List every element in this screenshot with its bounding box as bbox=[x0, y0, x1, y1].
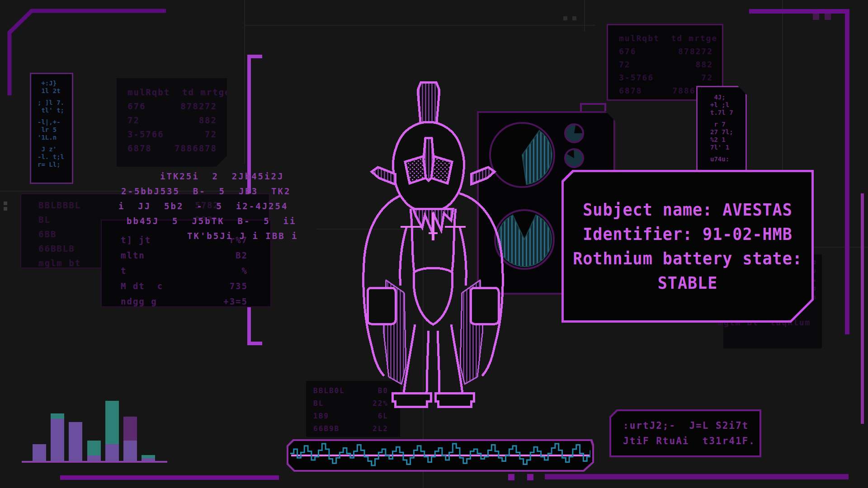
bar-chart bbox=[22, 396, 167, 463]
bottom-dot-1 bbox=[508, 474, 514, 480]
bar-segment-purple-base bbox=[87, 455, 101, 461]
sprite-leg-left-inner bbox=[427, 331, 429, 393]
stats-header: mulRqbt td mrtge bbox=[127, 85, 217, 99]
waveform-trace bbox=[290, 444, 590, 465]
top-center-dot-2 bbox=[572, 16, 576, 20]
glyph-line: bb45J 5 J5bTK B- 5 ii bbox=[127, 214, 281, 229]
glyph-line: 27 7l; bbox=[710, 128, 745, 136]
bar bbox=[142, 455, 155, 461]
bar bbox=[69, 422, 82, 461]
stat-row: 3-576672 bbox=[619, 71, 713, 84]
side-glyph-panel: 4J;+l ;lt.7l 7 r 727 7l;%2 17l' 1u74u: bbox=[696, 86, 747, 172]
stat-row: 72882 bbox=[127, 113, 217, 127]
top-center-dot-1 bbox=[563, 16, 567, 20]
sprite-fist-right bbox=[471, 288, 499, 324]
message-box-content: :urtJ2;- J=L S2i7tJtiF RtuAi t31r41F. bbox=[611, 411, 760, 455]
bottom-line-right bbox=[545, 474, 849, 479]
stat-row: 676878272 bbox=[619, 45, 713, 58]
glyph-line: iTK25i 2 2Jb45i2J bbox=[160, 169, 281, 184]
glyph-line: 4J; bbox=[710, 94, 745, 101]
sprite-inner-arm-right bbox=[459, 226, 466, 286]
bar-segment-purple-base bbox=[33, 444, 46, 461]
glyph-line: JtiF RtuAi t31r41F. bbox=[623, 436, 760, 446]
subject-name-line: Subject name: AVESTAS bbox=[583, 200, 793, 219]
stat-row: 72882 bbox=[619, 58, 713, 71]
pie-panel-notch bbox=[581, 104, 605, 111]
bar-segment-teal-top bbox=[105, 401, 119, 444]
sprite-inner-arm-left bbox=[400, 226, 407, 286]
stat-row: 3-576672 bbox=[127, 127, 217, 141]
sprite-boot-right bbox=[435, 393, 474, 407]
stats-panel-top-left: mulRqbt td mrtge 676878272728823-5766726… bbox=[117, 78, 227, 167]
identifier-line: Identifier: 91-02-HMB bbox=[583, 224, 793, 244]
glyph-line: r 7 bbox=[710, 121, 745, 128]
glyph-line: 1l 2t bbox=[38, 87, 72, 95]
sprite-torso-left bbox=[410, 209, 414, 271]
bar-segment-purple-base bbox=[123, 441, 137, 461]
glyph-line: -l. t;l bbox=[38, 153, 72, 161]
glyph-line bbox=[710, 151, 745, 155]
bar-segment-purple-base bbox=[105, 444, 119, 461]
sprite-fist-left bbox=[368, 288, 396, 324]
glyph-line: TK'b5Ji J i IBB i bbox=[187, 229, 281, 244]
glyph-line: '1L.n bbox=[38, 134, 72, 141]
stat-row: mltnB2 bbox=[121, 248, 248, 263]
right-edge-line bbox=[861, 193, 864, 424]
bar-chart-bars bbox=[22, 396, 167, 463]
bar-chart-axis bbox=[22, 461, 167, 463]
bar-segment-purple-base bbox=[69, 422, 82, 461]
stat-row: 68787886878 bbox=[127, 141, 217, 155]
glyph-line: -l|,+- bbox=[38, 118, 72, 126]
bottom-dot-2 bbox=[527, 474, 533, 480]
battery-label-line: Rothnium battery state: bbox=[573, 249, 802, 268]
sprite-ear-right bbox=[471, 167, 495, 184]
glyph-line: %2 1 bbox=[710, 136, 745, 144]
bar-segment-violet-top bbox=[123, 417, 137, 441]
stat-row: 66B9B2L2 bbox=[313, 422, 388, 435]
glyph-line: +:J} bbox=[38, 80, 72, 87]
bar bbox=[87, 441, 101, 461]
top-right-dot-1 bbox=[813, 14, 819, 20]
stat-row: M dt c735 bbox=[121, 278, 248, 294]
glitch-paragraph: iTK25i 2 2Jb45i2J2-5bbJ535 B- 5 JB3 TK2i… bbox=[118, 169, 281, 246]
bar bbox=[33, 444, 46, 461]
grid-line-v2 bbox=[584, 0, 585, 32]
battery-value-line: STABLE bbox=[658, 273, 717, 292]
waveform-panel bbox=[287, 439, 594, 472]
bar bbox=[51, 413, 64, 461]
message-box: :urtJ2;- J=L S2i7tJtiF RtuAi t31r41F. bbox=[609, 409, 761, 457]
stat-row: t% bbox=[121, 263, 248, 278]
grid-line-h1 bbox=[244, 25, 595, 26]
glyph-line: u74u: bbox=[710, 155, 745, 163]
bar-segment-purple-base bbox=[51, 419, 64, 461]
bar bbox=[105, 401, 119, 461]
glyph-line: 2-5bbJ535 B- 5 JB3 TK2 bbox=[121, 184, 281, 199]
sprite-eye-left bbox=[405, 156, 426, 183]
glyph-line: :urtJ2;- J=L S2i7t bbox=[623, 420, 760, 431]
sprite-boot-left bbox=[392, 393, 431, 407]
top-right-dot-2 bbox=[825, 14, 831, 20]
glyph-line: i JJ 5b2 - 5 i2-4J254 bbox=[118, 199, 281, 214]
glyph-line: t.7l 7 bbox=[710, 109, 745, 117]
sprite-leg-right-inner bbox=[438, 331, 439, 393]
stat-row: ndgg g+3=5 bbox=[121, 294, 248, 309]
left-edge-tick-2 bbox=[4, 207, 7, 211]
glyph-line: +l ;l bbox=[710, 101, 745, 109]
sprite-eye-right bbox=[431, 156, 452, 183]
waveform-svg bbox=[290, 443, 590, 469]
glyph-line: lr 5 bbox=[38, 126, 72, 134]
sprite-ear-left bbox=[372, 167, 395, 184]
glyph-line: J z' bbox=[38, 145, 72, 153]
stat-row: 676878272 bbox=[127, 99, 217, 113]
bottom-line-left bbox=[60, 475, 279, 480]
subject-info-content: Subject name: AVESTAS Identifier: 91-02-… bbox=[564, 172, 811, 320]
glyph-line bbox=[38, 141, 72, 145]
subject-sprite bbox=[338, 77, 528, 421]
glyph-line bbox=[710, 117, 745, 121]
blue-glyph-panel: +:J} 1l 2t; ]l 7. tl' t;-l|,+- lr 5'1L.n… bbox=[30, 73, 73, 184]
sprite-pelvis bbox=[414, 268, 453, 324]
subject-info-box: Subject name: AVESTAS Identifier: 91-02-… bbox=[561, 170, 814, 323]
stats-header: mulRqbt td mrtge bbox=[619, 32, 713, 45]
bar bbox=[123, 417, 137, 461]
bar-segment-teal-top bbox=[51, 413, 64, 419]
